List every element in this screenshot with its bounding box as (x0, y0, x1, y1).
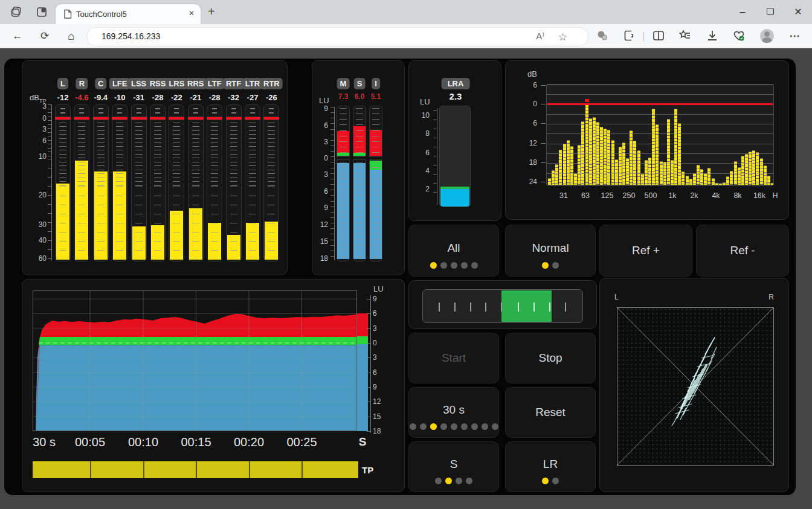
rta-y-label: 6 (523, 81, 537, 89)
level-slider[interactable] (422, 289, 583, 323)
loudness-scale-label: 9 (312, 104, 328, 113)
truepeak-history-bar (33, 461, 358, 478)
slider-tick (565, 303, 566, 312)
rta-x-label: 4k (712, 191, 720, 200)
rta-x-label: H (772, 191, 778, 200)
meter-cap (169, 104, 184, 117)
meter-cap (74, 104, 89, 117)
loudness-scale-axis (334, 107, 335, 260)
loudness-scale-label: 9 (312, 203, 328, 212)
channel-chip-ltf: LTF (205, 78, 225, 89)
button-reset[interactable]: Reset (505, 387, 596, 438)
history-x-label: 00:20 (234, 435, 264, 449)
rta-x-label: 16k (753, 191, 765, 200)
rta-x-label: 250 (623, 191, 636, 200)
truepeak-scale-label: 6 (27, 136, 47, 145)
button-all[interactable]: All (408, 225, 499, 277)
meter-zero-line (169, 117, 184, 120)
channel-value-ltr: -27 (247, 93, 259, 102)
lra-blue-fill (440, 189, 469, 207)
button-window-30s[interactable]: 30 s (408, 387, 499, 438)
channel-chip-rtr: RTR (260, 78, 283, 89)
option-dot (420, 423, 427, 430)
channel-chip-c: C (95, 78, 106, 89)
option-dots (409, 262, 498, 269)
history-scale-label: 3 (373, 324, 386, 333)
rta-x-label: 1k (668, 191, 676, 200)
history-scale-label: 12 (373, 397, 386, 406)
meter-zero-line (207, 117, 222, 120)
truepeak-scale-label: 60 (27, 254, 47, 263)
loudness-scale-label: 15 (312, 237, 328, 246)
history-series-label: S (359, 435, 367, 449)
meter-cap (112, 104, 127, 117)
loudness-history-panel: LU S TP 963036912151830 s00:0500:1000:15… (22, 279, 405, 492)
meter-body-ltf (207, 120, 222, 261)
rta-reference-line (547, 103, 773, 105)
option-dot (440, 262, 447, 269)
lra-scale-label: 8 (413, 129, 430, 138)
lra-unit-label: LU (420, 97, 430, 106)
option-dot (430, 262, 437, 269)
rta-y-label: 24 (523, 178, 537, 186)
option-dot (456, 478, 462, 484)
history-scale-label: 9 (373, 295, 386, 303)
button-mode-s[interactable]: S (408, 441, 499, 492)
button-start[interactable]: Start (408, 333, 499, 383)
lra-scale-label: 4 (413, 167, 430, 175)
slider-tick (485, 303, 486, 312)
channel-value-rtf: -32 (228, 93, 239, 102)
rta-x-label: 2k (690, 191, 698, 200)
truepeak-scale-label: 3 (27, 102, 47, 110)
truepeak-scale-label: 3 (27, 125, 47, 133)
button-mode-lr[interactable]: LR (505, 441, 596, 492)
channel-value-rrs: -21 (190, 93, 201, 102)
truepeak-scale-label: 0 (27, 114, 47, 123)
button-ref-plus[interactable]: Ref + (599, 225, 692, 277)
button-stop[interactable]: Stop (505, 333, 596, 383)
meter-body-lss (131, 120, 147, 261)
slider-green-range[interactable] (501, 290, 552, 322)
meter-body-r (74, 120, 89, 261)
browser-window: TouchControl5 ✕ + – ✕ ← ⟳ ⌂ 169.254.16.2… (0, 0, 812, 509)
meter-body-rrs (188, 120, 204, 261)
meter-body-ltr (245, 120, 260, 261)
option-dot (410, 423, 416, 430)
rta-y-label: 18 (523, 158, 537, 167)
channel-value-lfe: -10 (114, 93, 126, 102)
option-dot (542, 262, 549, 269)
lra-meter (439, 106, 471, 207)
loudness-scale-label: 0 (312, 154, 328, 162)
option-dots (506, 478, 595, 484)
channel-value-rss: -28 (152, 93, 164, 102)
meter-body-rss (150, 120, 166, 261)
goniometer-scope (617, 307, 774, 466)
lra-panel: LRA 2.3 LU 108642 (408, 60, 501, 221)
rta-gridlines (547, 85, 773, 185)
option-dot (451, 423, 457, 430)
gonio-right-label: R (768, 293, 774, 301)
history-scale-label: 9 (373, 383, 386, 391)
rta-y-label: 12 (523, 139, 537, 147)
channel-value-l: -12 (57, 93, 69, 102)
slider-tick (501, 303, 502, 312)
truepeak-meter-panel: dBTP 30361020304060L-12R-4.6C-9.4LFE-10L… (22, 60, 288, 275)
button-ref-minus[interactable]: Ref - (696, 225, 789, 277)
rta-x-label: 8k (733, 191, 741, 200)
truepeak-scale-label: 20 (27, 191, 47, 199)
meter-cap (226, 104, 242, 117)
option-dot (466, 478, 472, 484)
history-x-label: 00:15 (181, 435, 211, 449)
meter-zero-line (150, 117, 166, 120)
loudness-scale-label: 12 (312, 220, 328, 229)
meter-body-l (55, 120, 71, 261)
option-dot (451, 262, 457, 269)
meter-body-c (93, 120, 109, 261)
loudness-scale-label: 18 (312, 254, 328, 263)
truepeak-scale-label: 40 (27, 236, 47, 245)
button-normal[interactable]: Normal (505, 225, 596, 277)
history-x-label: 30 s (33, 435, 56, 449)
option-dots (409, 423, 498, 430)
history-scale-label: 18 (373, 427, 386, 435)
loudness-scale-label: 3 (312, 138, 328, 146)
